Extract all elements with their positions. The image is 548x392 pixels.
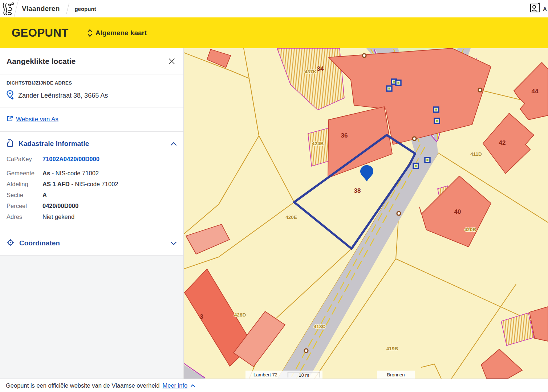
utility-marker-dot — [393, 81, 395, 83]
map-style-label: Algemene kaart — [96, 29, 147, 37]
house-number-label: 42 — [499, 139, 506, 146]
utility-marker-dot — [436, 120, 438, 122]
chevron-up-icon[interactable] — [190, 384, 195, 387]
chevron-up-icon[interactable] — [170, 142, 177, 146]
adres-row: Adres Niet gekend — [7, 213, 177, 220]
utility-marker-dot — [435, 109, 437, 111]
account-label[interactable]: A — [543, 6, 548, 12]
parcel-label: 419B — [386, 346, 398, 351]
coordinates-section-header[interactable]: Coördinaten — [7, 231, 177, 255]
map-canvas[interactable]: 437K424B420E428D418C419B420B411D34364442… — [184, 48, 548, 379]
cadastral-details: CaPaKey 71002A0420/00D000 Gemeente As - … — [7, 156, 177, 231]
top-bar: Vlaanderen geopunt A — [0, 0, 548, 17]
close-icon — [168, 58, 175, 65]
vlaanderen-lion-logo[interactable] — [0, 0, 17, 17]
panel-title: Aangeklikte locatie — [7, 57, 76, 66]
footer-text: Geopunt is een officiële website van de … — [6, 382, 159, 389]
point-marker — [478, 88, 482, 92]
projection-label: Lambert 72 — [253, 372, 277, 377]
meer-info-link[interactable]: Meer info — [162, 382, 187, 389]
crosshair-icon — [7, 239, 14, 248]
house-number-label: 36 — [341, 132, 348, 139]
point-marker — [304, 349, 308, 352]
add-location-pin-icon — [7, 90, 15, 101]
parcel-label: 424B — [312, 141, 324, 146]
breadcrumb-divider — [66, 3, 69, 14]
capakey-link[interactable]: 71002A0420/00D000 — [42, 156, 100, 163]
panel-empty-area — [0, 256, 183, 379]
map-style-selector[interactable]: Algemene kaart — [88, 29, 147, 37]
cadastral-section-title: Kadastrale informatie — [19, 140, 170, 148]
sectie-row: Sectie A — [7, 192, 177, 199]
updown-chevrons-icon — [88, 29, 92, 37]
house-number-label: 38 — [354, 187, 361, 194]
breadcrumb[interactable]: geopunt — [74, 6, 96, 12]
app-title: GEOPUNT — [12, 26, 69, 40]
geopunt-banner: GEOPUNT Algemene kaart — [0, 17, 548, 48]
parcel-label: 420B — [464, 227, 476, 232]
website-link[interactable]: Website van As — [16, 116, 58, 123]
point-marker — [362, 54, 366, 57]
gemeente-row: Gemeente As - NIS-code 71002 — [7, 170, 177, 177]
nearest-address-label: DICHTSTBIJZIJNDE ADRES — [7, 80, 177, 86]
external-link-icon — [7, 115, 13, 123]
coordinates-section-title: Coördinaten — [19, 239, 170, 247]
utility-marker-dot — [427, 159, 429, 161]
utility-marker-dot — [398, 82, 399, 84]
parcel-label: 411D — [470, 151, 482, 157]
account-icon[interactable] — [529, 3, 541, 15]
parcel-label: 418C — [314, 324, 326, 329]
house-number-label: 34 — [317, 65, 324, 72]
document-icon — [7, 139, 13, 149]
info-panel: Aangeklikte locatie DICHTSTBIJZIJNDE ADR… — [0, 48, 184, 379]
house-number-label: 3 — [200, 313, 203, 320]
cadastral-section-header[interactable]: Kadastrale informatie — [7, 132, 177, 156]
point-marker — [413, 137, 416, 140]
capakey-row: CaPaKey 71002A0420/00D000 — [7, 156, 177, 163]
perceel-row: Perceel 0420/00D000 — [7, 203, 177, 209]
parcel-label: 420E — [285, 215, 297, 220]
parcel-label: 437K — [305, 69, 317, 74]
utility-marker-dot — [415, 165, 417, 167]
house-number-label: 40 — [454, 208, 461, 215]
chevron-down-icon[interactable] — [170, 241, 177, 245]
parcel-label: 428D — [234, 312, 246, 318]
nearest-address-section: DICHTSTBIJZIJNDE ADRES Zander Leënstraat… — [0, 74, 183, 107]
page-footer: Geopunt is een officiële website van de … — [0, 379, 548, 392]
scale-distance-label: 10 m — [299, 372, 309, 378]
close-panel-button[interactable] — [167, 56, 177, 66]
nearest-address-value: Zander Leënstraat 38, 3665 As — [18, 92, 108, 99]
utility-marker-dot — [389, 88, 390, 90]
point-marker — [397, 212, 401, 215]
house-number-label: 44 — [532, 88, 539, 95]
afdeling-row: Afdeling AS 1 AFD - NIS-code 71002 — [7, 181, 177, 188]
brand-vlaanderen[interactable]: Vlaanderen — [22, 5, 60, 13]
attribution-link[interactable]: Bronnen — [387, 372, 405, 377]
